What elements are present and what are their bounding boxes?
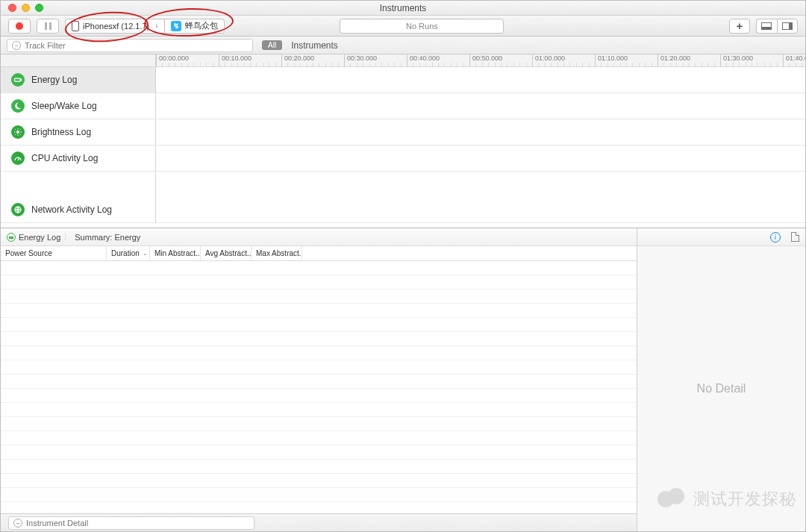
add-instrument-button[interactable]: + [729,19,750,34]
toggle-right-panel-button[interactable] [777,19,798,34]
timeline-area: 00:00.00000:10.00000:20.00000:30.00000:4… [1,54,805,228]
app-icon: ↯ [171,21,181,31]
sort-icon: ⌄ [143,250,148,257]
svg-point-2 [16,131,19,134]
table-row [1,460,637,474]
ruler-tick: 00:40.000 [407,54,440,66]
ruler-row: 00:00.00000:10.00000:20.00000:30.00000:4… [1,54,805,67]
column-header[interactable]: Avg Abstract... [201,246,252,260]
track-lane[interactable] [156,67,805,93]
svg-line-11 [18,158,19,161]
breadcrumb-bar: Energy Log 〉 Summary: Energy [1,228,637,246]
pause-icon [49,22,51,30]
track-lane[interactable] [156,197,805,222]
track-filter-input[interactable] [25,41,248,50]
track-lane[interactable] [156,145,805,171]
ruler-tick: 00:10.000 [219,54,252,66]
ruler-tick: 00:30.000 [344,54,377,66]
process-selector[interactable]: ↯ 蜂鸟众包 [164,19,225,34]
table-row [1,304,637,318]
battery-icon [11,73,25,87]
info-icon[interactable]: i [770,232,781,242]
track-label: CPU Activity Log [1,145,156,171]
ruler-gutter [1,54,156,66]
device-selector[interactable]: iPhonesxf (12.1.7) › [65,19,164,34]
toolbar-right: + [729,19,798,34]
svg-line-7 [15,129,16,130]
document-icon[interactable] [791,232,799,242]
table-row [1,346,637,360]
traffic-lights [8,4,43,12]
table-row [1,431,637,445]
track-filter-field[interactable] [7,39,253,52]
table-row [1,474,637,488]
panel-toggle-group [756,19,798,34]
filter-section-label: Instruments [291,40,338,51]
filter-icon [12,41,21,50]
column-header[interactable]: Min Abstract... [150,246,201,260]
breadcrumb-leaf[interactable]: Summary: Energy [75,233,140,242]
filter-bar: All Instruments [1,37,805,54]
panel-right-icon [782,22,793,30]
track-name: Energy Log [31,75,77,85]
table-row [1,275,637,290]
track-name: Sleep/Wake Log [31,101,97,111]
toggle-bottom-panel-button[interactable] [756,19,777,34]
detail-bottom-bar [1,513,637,531]
svg-rect-0 [15,78,21,81]
track-row[interactable]: CPU Activity Log [1,145,805,172]
ruler-tick: 00:00.000 [156,54,189,66]
detail-table-header: Power SourceDuration⌄Min Abstract...Avg … [1,246,637,261]
detail-area: Energy Log 〉 Summary: Energy Power Sourc… [1,228,805,531]
pause-icon [45,22,47,30]
svg-line-9 [15,134,16,135]
process-label: 蜂鸟众包 [185,20,218,31]
table-row [1,318,637,332]
track-row[interactable]: Sleep/Wake Log [1,93,805,119]
ruler-tick: 01:00.000 [532,54,565,66]
energy-icon [7,233,16,242]
panel-bottom-icon [761,22,772,30]
instrument-detail-field[interactable] [8,516,254,530]
toolbar: iPhonesxf (12.1.7) › ↯ 蜂鸟众包 No Runs + [1,16,805,37]
ruler-tick: 00:50.000 [469,54,502,66]
svg-rect-1 [21,79,22,81]
track-name: CPU Activity Log [31,153,98,163]
filter-all-pill[interactable]: All [262,40,282,50]
instruments-window: Instruments iPhonesxf (12.1.7) › ↯ 蜂鸟众包 … [0,0,806,532]
inspector-empty-label: No Detail [637,246,805,531]
runs-field[interactable]: No Runs [340,19,504,34]
table-row [1,375,637,389]
ruler-tick: 00:20.000 [281,54,314,66]
tracks-list: Energy LogSleep/Wake LogBrightness LogCP… [1,67,805,228]
pause-button[interactable] [37,19,59,34]
detail-table-body [1,261,637,513]
instrument-detail-input[interactable] [26,519,249,528]
column-header[interactable]: Duration⌄ [107,246,150,260]
window-title: Instruments [380,3,427,13]
column-header[interactable]: Power Source [1,246,107,260]
track-label: Energy Log [1,67,156,93]
track-row[interactable]: Brightness Log [1,119,805,145]
breadcrumb-root[interactable]: Energy Log [19,233,60,242]
titlebar: Instruments [1,1,805,16]
table-row [1,488,637,502]
record-icon [16,22,23,30]
table-row [1,403,637,417]
track-lane[interactable] [156,119,805,145]
track-row[interactable]: Network Activity Log [1,197,805,223]
track-row[interactable]: Energy Log [1,67,805,93]
table-row [1,360,637,375]
svg-line-10 [20,129,21,130]
minimize-window-button[interactable] [22,4,30,12]
time-ruler[interactable]: 00:00.00000:10.00000:20.00000:30.00000:4… [156,54,805,66]
inspector-header: i [637,228,805,246]
device-label: iPhonesxf (12.1.7) [83,22,149,31]
zoom-window-button[interactable] [35,4,43,12]
record-button[interactable] [8,19,31,34]
track-lane[interactable] [156,93,805,119]
table-row [1,445,637,460]
table-row [1,261,637,275]
column-header[interactable]: Max Abstract... [252,246,302,260]
close-window-button[interactable] [8,4,16,12]
